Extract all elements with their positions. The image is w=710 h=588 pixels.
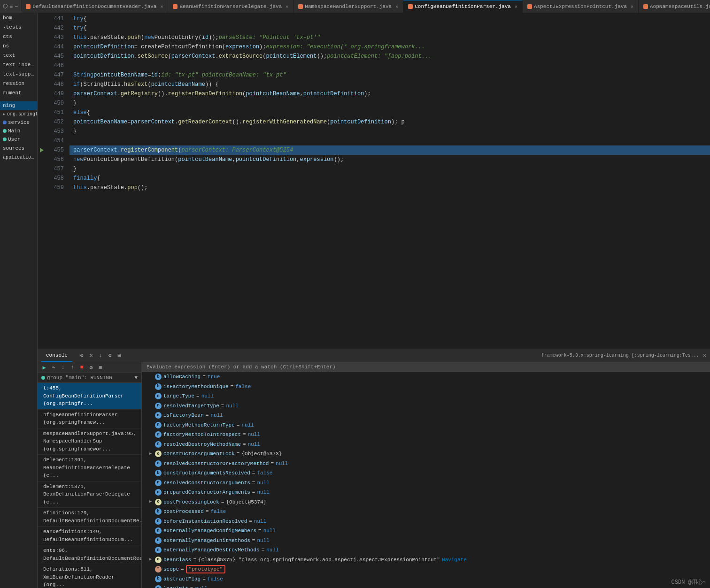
layout2-icon[interactable]: ⊞ [97, 364, 104, 371]
bottom-tab-bar: console ⚙ ✕ ↓ ⚙ ⊞ framework-5.3.x:spring… [38, 349, 710, 362]
var-value: false [235, 383, 251, 391]
var-type-icon: n [155, 441, 162, 448]
layout-icon[interactable]: ⊞ [116, 352, 123, 359]
sidebar-item-appcontext[interactable]: applicationConte [0, 153, 37, 162]
settings-icon[interactable]: ⚙ [106, 352, 114, 359]
variable-row[interactable]: ▶opostProcessingLock={Object@5374} [142, 497, 710, 507]
tab-close[interactable]: ✕ [631, 4, 633, 9]
filter-icon[interactable]: ⚙ [78, 352, 85, 359]
sidebar-group-org[interactable]: ▸ org.springfra... [0, 110, 37, 118]
code-line: this.parseState.push(new PointcutEntry(i… [69, 33, 710, 42]
stack-frame[interactable]: efinitions:179, DefaultBeanDefinitionDoc… [38, 508, 141, 527]
tab-close[interactable]: ✕ [515, 4, 517, 9]
variable-row[interactable]: ntargetType=null [142, 391, 710, 401]
variable-row[interactable]: nresolvedDestroyMethodName=null [142, 440, 710, 450]
sidebar-item-bom[interactable]: bom [0, 13, 37, 23]
tab-namespacehandlersupport.java[interactable]: NamespaceHandlerSupport.java✕ [293, 0, 403, 13]
variable-row[interactable]: nlazyInit=null [142, 584, 710, 588]
variable-row[interactable]: babstractFlag=false [142, 574, 710, 584]
variable-row[interactable]: nresolvedConstructorArguments=null [142, 478, 710, 488]
sidebar-item-text[interactable]: text [0, 51, 37, 60]
sidebar-group-main[interactable]: Main [0, 127, 37, 135]
tab-beandefinitionparserdelegate.java[interactable]: BeanDefinitionParserDelegate.java✕ [168, 0, 293, 13]
variable-row[interactable]: nexternallyManagedConfigMembers=null [142, 526, 710, 536]
variable-row[interactable]: nfactoryMethodToIntrospect=null [142, 430, 710, 440]
var-equals: = [221, 402, 224, 410]
variable-row[interactable]: nisFactoryBean=null [142, 411, 710, 420]
variable-row[interactable]: nfactoryMethodReturnType=null [142, 420, 710, 430]
tab-control-3[interactable]: − [15, 3, 18, 10]
variable-row[interactable]: nexternallyManagedDestroyMethods=null [142, 545, 710, 555]
stack-frame[interactable]: dElement:1371, BeanDefinitionParserDeleg… [38, 481, 141, 508]
resume-icon[interactable]: ▶ [40, 364, 48, 371]
stack-frame[interactable]: ents:96, DefaultBeanDefinitionDocumentRe… [38, 545, 141, 564]
tab-label: DefaultBeanDefinitionDocumentReader.java [32, 4, 156, 9]
stack-frame[interactable]: dElement:1391, BeanDefinitionParserDeleg… [38, 455, 141, 481]
console-toolbar: ⚙ ✕ ↓ ⚙ ⊞ [78, 352, 123, 359]
sidebar-item-ns[interactable]: ns [0, 41, 37, 51]
var-name: targetType [163, 392, 194, 400]
gutter-item [38, 23, 46, 33]
tab-aspectjexpressionpointcut.java[interactable]: AspectJExpressionPointcut.java✕ [523, 0, 639, 13]
tab-control-2[interactable]: ≡ [9, 3, 13, 10]
step-out-icon[interactable]: ↑ [69, 364, 76, 371]
sidebar-group-service[interactable]: service [0, 118, 37, 127]
code-container: 4414424434444454464474484494504514524534… [38, 13, 710, 349]
run-config-close[interactable]: ✕ [703, 352, 706, 359]
variable-row[interactable]: bconstructorArgumentsResolved=false [142, 468, 710, 478]
step-over-icon[interactable]: ↷ [50, 364, 57, 371]
var-type-icon: b [155, 508, 162, 515]
tab-defaultbeandefinitiondocumentreader.java[interactable]: DefaultBeanDefinitionDocumentReader.java… [21, 0, 168, 13]
var-name: preparedConstructorArguments [163, 489, 250, 496]
sidebar-item-text-support[interactable]: text-support [0, 69, 37, 79]
var-value: {Object@5373} [241, 450, 282, 458]
sidebar-item-ression[interactable]: ression [0, 79, 37, 88]
navigate-link[interactable]: Navigate [442, 556, 467, 564]
variable-row[interactable]: bisFactoryMethodUnique=false [142, 382, 710, 392]
gutter-item [38, 117, 46, 127]
tab-configbeandefinitionparser.java[interactable]: ConfigBeanDefinitionParser.java✕ [403, 0, 523, 13]
sidebar-group-ning[interactable]: ning [0, 101, 37, 110]
var-value: null [195, 585, 207, 588]
sidebar-item-tests[interactable]: -tests [0, 23, 37, 32]
stack-frame[interactable]: Definitions:511, XmlBeanDefinitionReader… [38, 564, 141, 588]
stack-frame[interactable]: t:455, ConfigBeanDefinitionParser (org.s… [38, 383, 141, 410]
filter-button[interactable]: ▼ [134, 375, 138, 381]
gutter-item [38, 155, 46, 164]
file-icon [527, 4, 532, 9]
scroll-icon[interactable]: ↓ [97, 352, 104, 359]
variable-row[interactable]: ▶oconstructorArgumentLock={Object@5373} [142, 449, 710, 459]
sidebar-group-user[interactable]: User [0, 135, 37, 144]
variable-row[interactable]: ballowCaching=true [142, 372, 710, 382]
variable-row[interactable]: nexternallyManagedInitMethods=null [142, 536, 710, 546]
tab-close[interactable]: ✕ [395, 4, 398, 9]
settings2-icon[interactable]: ⚙ [87, 364, 95, 371]
sidebar-item-rument[interactable]: rument [0, 88, 37, 98]
stack-frame[interactable]: eanDefinitions:149, DefaultBeanDefinitio… [38, 527, 141, 545]
stack-frame[interactable]: mespaceHandlerSupport.java:95, Namespace… [38, 428, 141, 455]
variable-row[interactable]: "scope="prototype" [142, 565, 710, 574]
variable-row[interactable]: npreparedConstructorArguments=null [142, 488, 710, 497]
stack-frame[interactable]: nfigBeanDefinitionParser (org.springfram… [38, 410, 141, 428]
var-value: null [248, 431, 260, 439]
sidebar-item-sources[interactable]: sources [0, 144, 37, 153]
variable-row[interactable]: bpostProcessed=false [142, 507, 710, 517]
step-into-icon[interactable]: ↓ [59, 364, 67, 371]
var-equals: = [252, 479, 255, 487]
clear-icon[interactable]: ✕ [87, 352, 95, 359]
variable-row[interactable]: nresolvedConstructorOrFactoryMethod=null [142, 459, 710, 469]
tab-close[interactable]: ✕ [286, 4, 288, 9]
sidebar-item-cts[interactable]: cts [0, 32, 37, 41]
variable-row[interactable]: nbeforeInstantiationResolved=null [142, 517, 710, 527]
variable-row[interactable]: nresolvedTargetType=null [142, 401, 710, 411]
line-number: 441 [46, 14, 64, 23]
tab-aopnamespaceutils.java[interactable]: AopNamespaceUtils.java✕ [639, 0, 710, 13]
stop-icon[interactable]: ■ [78, 364, 85, 371]
variable-row[interactable]: ▶obeanClass={Class@5375} "class org.spri… [142, 555, 710, 565]
sidebar-item-text-indexer[interactable]: text-indexer [0, 60, 37, 69]
tab-close[interactable]: ✕ [160, 4, 163, 9]
code-line: pointcutBeanName = parserContext.getRead… [69, 117, 710, 127]
console-tab[interactable]: console [41, 349, 72, 362]
tab-control-1[interactable]: ⬡ [3, 3, 8, 10]
sidebar-label-org: ▸ [3, 111, 6, 117]
